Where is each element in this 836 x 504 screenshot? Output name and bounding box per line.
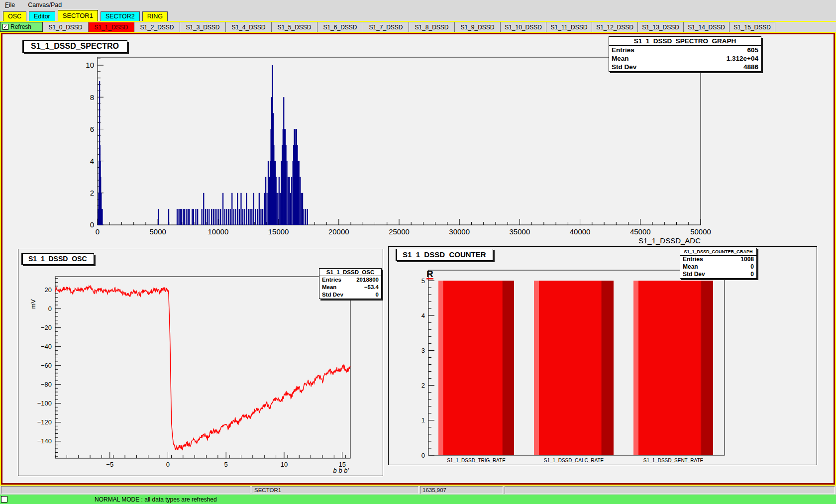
svg-text:2: 2	[421, 382, 425, 389]
pad-spectro[interactable]: 0246810050001000015000200002500030000350…	[2, 34, 834, 248]
stat-value: 4886	[743, 63, 758, 71]
spectro-statbox-title: S1_1_DSSD_SPECTRO_GRAPH	[609, 37, 761, 46]
tab-s1-2-dssd[interactable]: S1_2_DSSD	[134, 22, 180, 32]
svg-text:20: 20	[45, 286, 52, 294]
svg-text:30000: 30000	[449, 227, 470, 236]
message-text: NORMAL MODE : all data types are refresh…	[95, 496, 217, 503]
root-canvas[interactable]: 0246810050001000015000200002500030000350…	[1, 33, 835, 485]
tab-s1-10-dssd[interactable]: S1_10_DSSD	[501, 22, 546, 32]
menu-bar: FileCanvas/Pad	[0, 0, 836, 10]
menu-file[interactable]: File	[4, 1, 16, 9]
svg-text:2: 2	[90, 189, 94, 197]
svg-text:mV: mV	[29, 299, 37, 309]
counter-statbox[interactable]: S1_1_DSSD_COUNTER_GRAPH Entries1008 Mean…	[680, 248, 757, 279]
svg-text:0: 0	[166, 461, 170, 468]
tab-s1-5-dssd[interactable]: S1_5_DSSD	[272, 22, 317, 32]
svg-text:−120: −120	[37, 418, 52, 426]
stat-value: −53.4	[364, 284, 379, 291]
message-checkbox[interactable]	[1, 496, 7, 503]
tab-s1-1-dssd[interactable]: S1_1_DSSD	[89, 22, 134, 32]
tab-s1-8-dssd[interactable]: S1_8_DSSD	[409, 22, 455, 32]
svg-text:5: 5	[421, 277, 425, 285]
svg-text:8: 8	[90, 93, 94, 101]
stat-label: Std Dev	[612, 63, 636, 71]
svg-text:0: 0	[96, 227, 100, 236]
tab-editor[interactable]: Editor	[29, 11, 55, 21]
tab-s1-14-dssd[interactable]: S1_14_DSSD	[684, 22, 730, 32]
svg-text:−100: −100	[37, 400, 52, 407]
svg-text:1: 1	[421, 416, 425, 424]
counter-plot[interactable]: 012345S1_1_DSSD_TRIG_RATES1_1_DSSD_CALC_…	[389, 247, 817, 465]
svg-text:R: R	[426, 269, 433, 279]
svg-text:5000: 5000	[150, 227, 166, 236]
tab-osc[interactable]: OSC	[3, 11, 26, 21]
tab-s1-6-dssd[interactable]: S1_6_DSSD	[317, 22, 363, 32]
svg-text:S1_1_DSSD_TRIG_RATE: S1_1_DSSD_TRIG_RATE	[447, 458, 506, 463]
svg-text:−20: −20	[41, 324, 52, 331]
tab-s1-0-dssd[interactable]: S1_0_DSSD	[43, 22, 89, 32]
counter-title: S1_1_DSSD_COUNTER	[403, 250, 486, 259]
tab-sector1[interactable]: SECTOR1	[58, 10, 98, 21]
svg-text:10: 10	[86, 61, 94, 69]
svg-text:0: 0	[421, 452, 425, 459]
svg-text:4: 4	[90, 157, 94, 165]
svg-text:15000: 15000	[268, 227, 289, 236]
tab-sector2[interactable]: SECTOR2	[101, 11, 140, 21]
svg-text:20000: 20000	[328, 227, 349, 236]
svg-text:S1_1_DSSD_CALC_RATE: S1_1_DSSD_CALC_RATE	[544, 458, 604, 463]
svg-text:25000: 25000	[389, 227, 410, 236]
tab-ring[interactable]: RING	[142, 11, 168, 21]
refresh-label: Refresh	[10, 23, 31, 30]
stat-label: Mean	[683, 263, 698, 271]
spectro-title-box[interactable]: S1_1_DSSD_SPECTRO	[22, 40, 127, 53]
svg-text:b b b': b b b'	[333, 467, 349, 474]
counter-statbox-title: S1_1_DSSD_COUNTER_GRAPH	[680, 248, 756, 256]
menu-canvas-pad[interactable]: Canvas/Pad	[27, 1, 63, 9]
status-cell-coords: 1635,907	[420, 486, 503, 494]
svg-text:−80: −80	[41, 381, 52, 388]
osc-title: S1_1_DSSD_OSC	[28, 255, 87, 263]
svg-text:3: 3	[421, 347, 425, 354]
svg-text:40000: 40000	[570, 227, 591, 236]
status-cell-0	[1, 486, 250, 494]
refresh-tab[interactable]: ✓ Refresh	[0, 22, 43, 32]
tab-s1-9-dssd[interactable]: S1_9_DSSD	[455, 22, 501, 32]
svg-text:−140: −140	[37, 437, 52, 445]
message-bar: NORMAL MODE : all data types are refresh…	[0, 495, 836, 504]
counter-title-box[interactable]: S1_1_DSSD_COUNTER	[396, 249, 493, 261]
pad-osc[interactable]: 200−20−40−60−80−100−120−140−5051015mVb b…	[18, 249, 383, 476]
svg-text:45000: 45000	[630, 227, 651, 236]
osc-statbox[interactable]: S1_1_DSSD_OSC Entries2018800 Mean−53.4 S…	[319, 268, 382, 299]
sector-tab-row: ✓ Refresh S1_0_DSSDS1_1_DSSDS1_2_DSSDS1_…	[0, 21, 836, 32]
status-bar: SECTOR1 1635,907	[0, 486, 836, 495]
pad-counter[interactable]: 012345S1_1_DSSD_TRIG_RATES1_1_DSSD_CALC_…	[388, 246, 817, 465]
stat-label: Entries	[612, 46, 634, 54]
osc-statbox-title: S1_1_DSSD_OSC	[319, 269, 381, 276]
tab-s1-4-dssd[interactable]: S1_4_DSSD	[226, 22, 272, 32]
tab-s1-12-dssd[interactable]: S1_12_DSSD	[592, 22, 638, 32]
osc-title-box[interactable]: S1_1_DSSD_OSC	[21, 253, 94, 265]
refresh-checkbox[interactable]: ✓	[2, 24, 8, 30]
stat-value: 605	[747, 46, 758, 54]
svg-text:S1_1_DSSD_SENT_RATE: S1_1_DSSD_SENT_RATE	[643, 458, 704, 463]
tab-s1-15-dssd[interactable]: S1_15_DSSD	[730, 22, 775, 32]
svg-text:−40: −40	[41, 343, 52, 350]
svg-text:−5: −5	[106, 461, 113, 468]
status-cell-context: SECTOR1	[252, 486, 418, 494]
stat-label: Entries	[683, 256, 703, 263]
svg-text:6: 6	[90, 125, 94, 133]
svg-text:0: 0	[90, 220, 94, 229]
stat-value: 0	[750, 263, 754, 271]
stat-value: 2018800	[356, 276, 379, 284]
svg-text:−60: −60	[41, 362, 52, 369]
tab-s1-11-dssd[interactable]: S1_11_DSSD	[546, 22, 592, 32]
tab-s1-3-dssd[interactable]: S1_3_DSSD	[180, 22, 226, 32]
tab-s1-13-dssd[interactable]: S1_13_DSSD	[638, 22, 684, 32]
svg-text:10000: 10000	[208, 227, 229, 236]
spectro-title: S1_1_DSSD_SPECTRO	[31, 42, 119, 50]
stat-value: 1008	[740, 256, 754, 263]
spectro-statbox[interactable]: S1_1_DSSD_SPECTRO_GRAPH Entries605 Mean1…	[609, 36, 761, 72]
stat-label: Entries	[322, 276, 341, 284]
tab-s1-7-dssd[interactable]: S1_7_DSSD	[363, 22, 409, 32]
svg-text:50000: 50000	[690, 227, 711, 236]
